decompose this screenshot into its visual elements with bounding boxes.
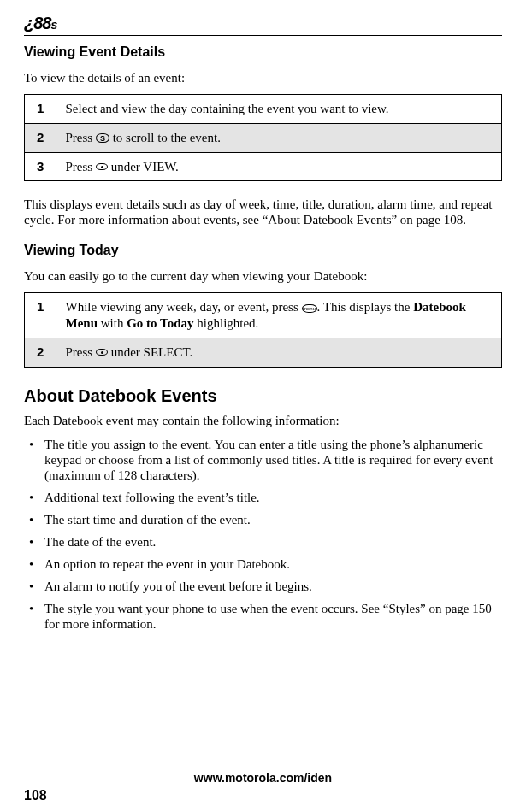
step-text: While viewing any week, day, or event, p… (54, 293, 502, 338)
page-number: 108 (24, 788, 47, 803)
list-item: The start time and duration of the event… (24, 512, 502, 527)
bullet-list: The title you assign to the event. You c… (24, 437, 502, 632)
heading-viewing-today: Viewing Today (24, 243, 502, 258)
menu-key-icon: menu (302, 304, 317, 313)
table-row: 2 Press under SELECT. (25, 338, 502, 367)
step-text: Press under VIEW. (54, 152, 502, 181)
step-number: 1 (25, 95, 54, 124)
step-text: Press under SELECT. (54, 338, 502, 367)
list-item: An alarm to notify you of the event befo… (24, 579, 502, 594)
footer-url: www.motorola.com/iden (0, 771, 526, 785)
divider (24, 35, 502, 36)
intro-text: You can easily go to the current day whe… (24, 268, 502, 284)
steps-table-2: 1 While viewing any week, day, or event,… (24, 292, 502, 367)
heading-viewing-event-details: Viewing Event Details (24, 44, 502, 60)
intro-text: Each Datebook event may contain the foll… (24, 413, 502, 428)
list-item: The date of the event. (24, 534, 502, 550)
table-row: 3 Press under VIEW. (25, 152, 502, 181)
step-number: 3 (25, 152, 54, 181)
step-number: 2 (25, 123, 54, 152)
scroll-key-icon: S (96, 133, 109, 143)
intro-text: To view the details of an event: (24, 70, 502, 85)
table-row: 1 Select and view the day containing the… (25, 95, 502, 124)
table-row: 1 While viewing any week, day, or event,… (25, 293, 502, 338)
soft-key-icon (96, 163, 108, 170)
paragraph: This displays event details such as day … (24, 197, 502, 227)
list-item: The style you want your phone to use whe… (24, 601, 502, 632)
step-number: 1 (25, 293, 54, 338)
list-item: An option to repeat the event in your Da… (24, 556, 502, 572)
step-number: 2 (25, 338, 54, 367)
device-logo: ¿88s (24, 14, 502, 33)
soft-key-icon (96, 349, 108, 356)
step-text: Select and view the day containing the e… (54, 95, 502, 124)
list-item: The title you assign to the event. You c… (24, 437, 502, 483)
list-item: Additional text following the event’s ti… (24, 490, 502, 505)
steps-table-1: 1 Select and view the day containing the… (24, 94, 502, 181)
step-text: Press S to scroll to the event. (54, 123, 502, 152)
table-row: 2 Press S to scroll to the event. (25, 123, 502, 152)
heading-about-datebook-events: About Datebook Events (24, 386, 502, 406)
